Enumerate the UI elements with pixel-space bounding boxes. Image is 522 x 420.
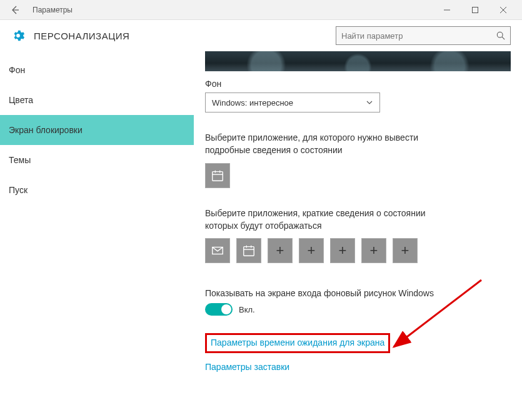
sidebar-item-label: Цвета xyxy=(9,95,33,105)
search-icon xyxy=(496,31,505,40)
plus-icon: + xyxy=(276,242,284,259)
toggle-knob xyxy=(221,304,231,314)
back-button[interactable] xyxy=(5,0,25,20)
annotation-highlight-box: Параметры времени ожидания для экрана xyxy=(205,333,390,353)
content: Фон Windows: интересное Выберите приложе… xyxy=(194,51,522,420)
background-label: Фон xyxy=(205,79,511,89)
window-title: Параметры xyxy=(33,6,433,14)
show-background-label: Показывать на экране входа фоновый рисун… xyxy=(205,288,511,298)
quick-apps-row: + + + + + xyxy=(205,238,511,263)
svg-rect-12 xyxy=(244,247,254,256)
show-background-toggle[interactable] xyxy=(205,303,233,316)
window-controls xyxy=(433,0,517,20)
search-box[interactable] xyxy=(336,26,511,45)
quick-app-add-2[interactable]: + xyxy=(299,238,324,263)
sidebar-item-label: Фон xyxy=(9,65,25,75)
link-screen-timeout[interactable]: Параметры времени ожидания для экрана xyxy=(211,338,384,348)
minimize-button[interactable] xyxy=(433,0,461,20)
sidebar-item-background[interactable]: Фон xyxy=(0,55,194,85)
quick-app-add-5[interactable]: + xyxy=(393,238,418,263)
svg-rect-1 xyxy=(472,7,478,12)
calendar-icon xyxy=(211,169,224,182)
search-input[interactable] xyxy=(341,31,496,41)
svg-rect-7 xyxy=(213,171,223,181)
close-button[interactable] xyxy=(489,0,517,20)
page-title: ПЕРСОНАЛИЗАЦИЯ xyxy=(34,31,336,41)
plus-icon: + xyxy=(401,242,409,259)
quick-app-add-4[interactable]: + xyxy=(361,238,386,263)
plus-icon: + xyxy=(370,242,378,259)
calendar-icon xyxy=(242,244,256,258)
dropdown-selected: Windows: интересное xyxy=(212,98,366,108)
sidebar-item-label: Темы xyxy=(9,155,31,165)
maximize-button[interactable] xyxy=(461,0,489,20)
detailed-app-label: Выберите приложение, для которого нужно … xyxy=(205,131,455,157)
mail-icon xyxy=(211,244,224,258)
lockscreen-preview xyxy=(205,51,511,71)
sidebar-item-start[interactable]: Пуск xyxy=(0,175,194,205)
sidebar-item-label: Пуск xyxy=(9,185,28,195)
gear-icon xyxy=(11,29,25,42)
sidebar-item-colors[interactable]: Цвета xyxy=(0,85,194,115)
background-dropdown[interactable]: Windows: интересное xyxy=(205,92,380,112)
quick-app-tile-mail[interactable] xyxy=(205,238,230,263)
plus-icon: + xyxy=(339,242,347,259)
detailed-app-tile[interactable] xyxy=(205,163,230,188)
quick-app-add-3[interactable]: + xyxy=(330,238,355,263)
sidebar-item-lockscreen[interactable]: Экран блокировки xyxy=(0,115,194,145)
link-screensaver[interactable]: Параметры заставки xyxy=(205,362,511,372)
titlebar: Параметры xyxy=(0,0,522,20)
main: Фон Цвета Экран блокировки Темы Пуск Фон… xyxy=(0,51,522,420)
toggle-state-label: Вкл. xyxy=(239,305,255,314)
quick-app-add-1[interactable]: + xyxy=(268,238,293,263)
sidebar-item-label: Экран блокировки xyxy=(9,125,83,135)
show-background-section: Показывать на экране входа фоновый рисун… xyxy=(205,288,511,316)
quick-apps-label: Выберите приложения, краткие сведения о … xyxy=(205,207,455,232)
sidebar: Фон Цвета Экран блокировки Темы Пуск xyxy=(0,51,194,420)
header: ПЕРСОНАЛИЗАЦИЯ xyxy=(0,20,522,51)
svg-point-4 xyxy=(16,34,20,38)
plus-icon: + xyxy=(308,242,316,259)
svg-point-5 xyxy=(497,32,503,38)
chevron-down-icon xyxy=(366,99,373,106)
svg-line-6 xyxy=(502,37,504,39)
sidebar-item-themes[interactable]: Темы xyxy=(0,145,194,175)
quick-app-tile-calendar[interactable] xyxy=(236,238,261,263)
